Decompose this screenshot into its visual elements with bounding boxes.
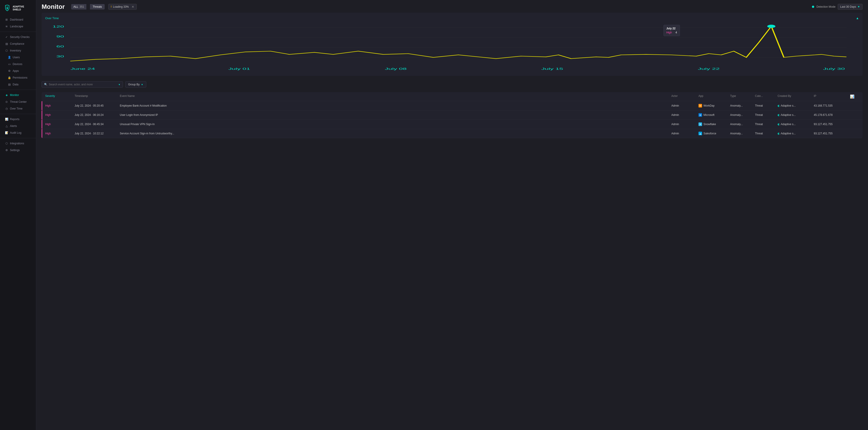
created-by-cell: ◐Adaptive s... [778, 123, 814, 126]
integrations-icon: ⬡ [5, 142, 8, 145]
sidebar-item-label: Users [13, 56, 20, 59]
chevron-down-icon: ▼ [857, 5, 860, 8]
col-type[interactable]: Type [730, 94, 755, 99]
adaptive-shield-icon: ◐ [778, 113, 780, 117]
devices-icon: ▭ [8, 63, 11, 66]
logo-text: ADAPTIVESHIELD [13, 5, 24, 11]
app-cell: W WorkDay [699, 104, 730, 107]
sidebar-item-data[interactable]: ▤ Data [1, 81, 35, 88]
compliance-icon: ▤ [5, 42, 8, 45]
sidebar-item-permissions[interactable]: 🔒 Permissions [1, 74, 35, 81]
search-box[interactable]: 🔍 ▼ [41, 81, 123, 88]
col-actor[interactable]: Actor [671, 94, 699, 99]
severity-badge: High [45, 132, 74, 135]
chart-body: 120 90 60 30 June 24 July [45, 23, 859, 72]
inventory-icon: ⬡ [5, 49, 8, 52]
sidebar-item-label: Data [13, 83, 18, 86]
chart-svg: 120 90 60 30 June 24 July [45, 23, 859, 72]
loading-close-button[interactable]: ✕ [131, 5, 134, 8]
category-cell: Threat [755, 104, 778, 107]
sidebar-item-compliance[interactable]: ▤ Compliance [1, 41, 35, 47]
users-icon: 👤 [8, 56, 11, 59]
col-created-by[interactable]: Created By [778, 94, 814, 99]
search-filter-dropdown[interactable]: ▼ [118, 83, 121, 86]
category-cell: Threat [755, 123, 778, 126]
type-cell: Anomaly... [730, 132, 755, 135]
sidebar-item-security-checks[interactable]: ✓ Security Checks [1, 34, 35, 40]
sidebar-item-devices[interactable]: ▭ Devices [1, 61, 35, 67]
adaptive-shield-icon: ◐ [778, 132, 780, 135]
sidebar-item-audit-log[interactable]: 📝 Audit Log [1, 130, 35, 136]
sidebar-item-alerts[interactable]: △ Alerts [1, 123, 35, 129]
group-by-label: Group By [128, 83, 140, 86]
table-chart-button[interactable]: 📊 [850, 95, 855, 98]
tab-all-button[interactable]: ALL 351 [71, 4, 86, 9]
sidebar-item-dashboard[interactable]: ⊞ Dashboard [1, 16, 35, 23]
app-icon: ☁ [699, 132, 702, 135]
severity-indicator [41, 110, 42, 120]
severity-indicator [41, 129, 42, 138]
col-category[interactable]: Cate... [755, 94, 778, 99]
sidebar-item-apps[interactable]: ⚙ Apps [1, 68, 35, 74]
svg-text:July 30: July 30 [823, 67, 845, 70]
svg-text:120: 120 [53, 25, 64, 28]
sidebar-item-monitor[interactable]: ◈ Monitor [1, 92, 35, 98]
sidebar-item-label: Audit Log [10, 131, 22, 134]
group-by-button[interactable]: Group By ▼ [125, 81, 146, 88]
col-timestamp[interactable]: Timestamp [74, 94, 120, 99]
app-name: Microsoft [704, 113, 715, 117]
col-app[interactable]: App [699, 94, 730, 99]
svg-text:June 24: June 24 [70, 67, 95, 70]
table-row[interactable]: High July 22, 2024 · 06:45:34 Unusual Pr… [41, 120, 863, 129]
svg-text:July 08: July 08 [385, 67, 407, 70]
sidebar-item-label: Settings [10, 148, 20, 152]
sidebar-item-landscape[interactable]: ≋ Landscape [1, 23, 35, 30]
actor-cell: Admin [671, 123, 699, 126]
days-dropdown[interactable]: Last 30 Days ▼ [838, 4, 863, 10]
table-row[interactable]: High July 22, 2024 · 05:20:45 Employee B… [41, 101, 863, 110]
svg-text:July 22: July 22 [698, 67, 719, 70]
timestamp-cell: July 22, 2024 · 06:45:34 [74, 123, 120, 126]
table-row[interactable]: High July 22, 2024 · 10:22:12 Service Ac… [41, 129, 863, 138]
col-ip[interactable]: IP [814, 94, 850, 99]
sidebar-item-reports[interactable]: 📊 Reports [1, 116, 35, 123]
threat-center-icon: ⊙ [5, 100, 8, 103]
table-row[interactable]: High July 22, 2024 · 06:16:24 User Login… [41, 110, 863, 120]
col-severity[interactable]: Severity [45, 94, 74, 99]
sidebar-item-label: Devices [13, 63, 22, 66]
sidebar-item-label: Inventory [10, 49, 21, 52]
svg-text:60: 60 [56, 45, 64, 48]
sidebar-item-inventory[interactable]: ⬡ Inventory [1, 47, 35, 54]
sidebar-item-users[interactable]: 👤 Users [1, 54, 35, 61]
sidebar-item-over-time[interactable]: ◷ Over Time [1, 105, 35, 112]
sidebar-item-label: Alerts [10, 125, 17, 128]
content-area: Over Time ▲ 120 90 60 30 [36, 13, 868, 430]
sidebar-item-threat-center[interactable]: ⊙ Threat Center [1, 99, 35, 105]
security-checks-icon: ✓ [5, 35, 8, 39]
sidebar-item-integrations[interactable]: ⬡ Integrations [1, 140, 35, 146]
timestamp-cell: July 22, 2024 · 06:16:24 [74, 113, 120, 117]
app-cell: ❄ Snowflake [699, 123, 730, 126]
tab-threats-button[interactable]: Threats [90, 4, 105, 9]
detection-mode-dot [812, 6, 814, 8]
sidebar-divider-3 [0, 114, 36, 114]
ip-cell: 43.168.771.535 [814, 104, 850, 107]
sidebar-item-label: Integrations [10, 142, 24, 145]
tab-all-label: ALL [73, 5, 78, 8]
severity-value: High [45, 104, 51, 107]
chart-collapse-button[interactable]: ▲ [856, 16, 859, 20]
col-event-name[interactable]: Event Name [120, 94, 671, 99]
sidebar-item-settings[interactable]: ⚙ Settings [1, 147, 35, 153]
app-cell: ☁ Salesforce [699, 132, 730, 135]
severity-indicator [41, 120, 42, 129]
timestamp-cell: July 22, 2024 · 05:20:45 [74, 104, 120, 107]
monitor-icon: ◈ [5, 94, 8, 97]
sidebar-item-label: Dashboard [10, 18, 23, 21]
landscape-icon: ≋ [5, 25, 8, 28]
search-input[interactable] [49, 83, 117, 86]
severity-indicator [41, 101, 42, 110]
sidebar-item-label: Compliance [10, 42, 24, 45]
svg-text:30: 30 [56, 55, 64, 58]
severity-value: High [45, 113, 51, 117]
event-name-cell: User Login from Anonymized IP [120, 113, 671, 117]
